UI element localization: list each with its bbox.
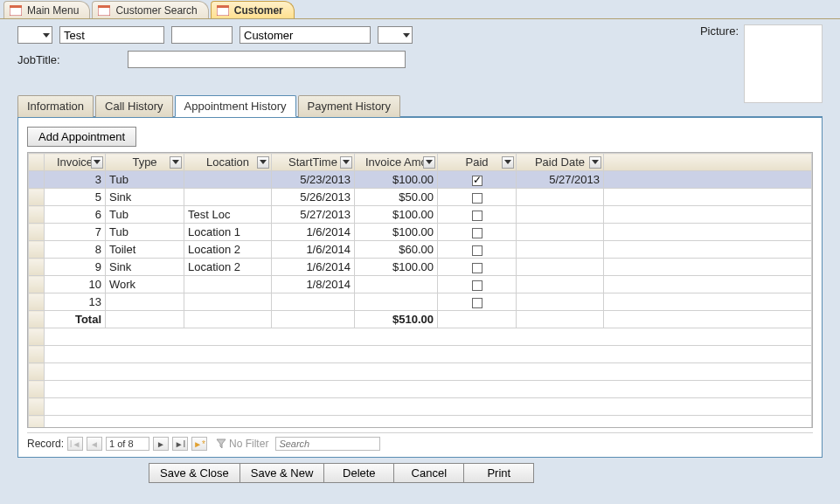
jobtitle-field[interactable] — [128, 51, 406, 68]
row-selector[interactable] — [29, 241, 45, 259]
row-selector[interactable] — [29, 189, 45, 206]
chevron-down-icon[interactable] — [170, 156, 182, 169]
cell-starttime[interactable]: 5/23/2013 — [272, 171, 355, 189]
appointments-grid[interactable]: Invoice Type Location StartTime Invoice … — [27, 152, 813, 428]
table-row[interactable]: 6TubTest Loc5/27/2013$100.00 — [29, 206, 812, 224]
table-row[interactable]: 5Sink5/26/2013$50.00 — [29, 189, 812, 206]
record-position[interactable]: 1 of 8 — [106, 437, 149, 451]
cell-paid[interactable] — [438, 241, 517, 259]
cell-type[interactable]: Tub — [106, 171, 184, 189]
chevron-down-icon[interactable] — [423, 156, 435, 169]
suffix-dropdown[interactable] — [378, 26, 413, 44]
col-type[interactable]: Type — [106, 154, 184, 171]
tab-main-menu[interactable]: Main Menu — [3, 1, 90, 18]
filter-indicator[interactable]: No Filter — [216, 438, 268, 450]
cell-starttime[interactable]: 5/26/2013 — [272, 189, 355, 206]
tab-appointment-history[interactable]: Appointment History — [175, 95, 296, 117]
cell-invoice[interactable]: 9 — [45, 259, 106, 276]
cell-type[interactable]: Sink — [106, 259, 184, 276]
cell-paid[interactable] — [438, 293, 517, 311]
paid-checkbox[interactable] — [472, 228, 482, 238]
cell-paid-date[interactable] — [517, 189, 604, 206]
row-selector[interactable] — [29, 224, 45, 241]
cell-location[interactable]: Location 2 — [184, 259, 272, 276]
table-row[interactable]: 3Tub5/23/2013$100.005/27/2013 — [29, 171, 812, 189]
paid-checkbox[interactable] — [472, 298, 482, 308]
row-selector[interactable] — [29, 276, 45, 293]
cell-amount[interactable]: $60.00 — [355, 241, 438, 259]
cell-starttime[interactable] — [272, 293, 355, 311]
nav-new-button[interactable]: ►* — [191, 437, 207, 451]
cell-location[interactable]: Location 1 — [184, 224, 272, 241]
cell-paid-date[interactable]: 5/27/2013 — [517, 171, 604, 189]
tab-payment-history[interactable]: Payment History — [298, 95, 400, 117]
cell-type[interactable] — [106, 293, 184, 311]
select-all-corner[interactable] — [29, 154, 45, 171]
cell-paid-date[interactable] — [517, 259, 604, 276]
cell-location[interactable] — [184, 189, 272, 206]
prefix-dropdown[interactable] — [17, 26, 52, 44]
print-button[interactable]: Print — [464, 463, 534, 483]
cell-invoice[interactable]: 5 — [45, 189, 106, 206]
table-row[interactable]: 10Work1/8/2014 — [29, 276, 812, 293]
cell-amount[interactable]: $100.00 — [355, 171, 438, 189]
cell-location[interactable] — [184, 293, 272, 311]
cell-paid-date[interactable] — [517, 276, 604, 293]
nav-last-button[interactable]: ►I — [172, 437, 188, 451]
cell-amount[interactable]: $50.00 — [355, 189, 438, 206]
cell-starttime[interactable]: 1/6/2014 — [272, 224, 355, 241]
cell-invoice[interactable]: 13 — [45, 293, 106, 311]
cell-paid[interactable] — [438, 259, 517, 276]
first-name-field[interactable] — [59, 26, 164, 44]
cell-paid[interactable] — [438, 206, 517, 224]
last-name-field[interactable] — [240, 26, 371, 44]
tab-information[interactable]: Information — [17, 95, 94, 117]
nav-prev-button[interactable]: ◄ — [87, 437, 102, 451]
table-row[interactable]: 7TubLocation 11/6/2014$100.00 — [29, 224, 812, 241]
cell-location[interactable] — [184, 276, 272, 293]
paid-checkbox[interactable] — [472, 245, 482, 256]
col-starttime[interactable]: StartTime — [272, 154, 355, 171]
cell-invoice[interactable]: 3 — [45, 171, 106, 189]
paid-checkbox[interactable] — [472, 193, 482, 204]
row-selector[interactable] — [29, 259, 45, 276]
chevron-down-icon[interactable] — [589, 156, 601, 169]
col-invoice[interactable]: Invoice — [45, 154, 106, 171]
col-location[interactable]: Location — [184, 154, 272, 171]
cell-location[interactable]: Location 2 — [184, 241, 272, 259]
tab-customer[interactable]: Customer — [211, 1, 295, 18]
chevron-down-icon[interactable] — [340, 156, 352, 169]
paid-checkbox[interactable] — [472, 176, 482, 186]
picture-box[interactable] — [744, 24, 823, 103]
col-invoice-amt[interactable]: Invoice Amc — [355, 154, 438, 171]
save-new-button[interactable]: Save & New — [240, 463, 325, 483]
table-row[interactable]: 8ToiletLocation 21/6/2014$60.00 — [29, 241, 812, 259]
chevron-down-icon[interactable] — [502, 156, 514, 169]
save-close-button[interactable]: Save & Close — [149, 463, 240, 483]
tab-call-history[interactable]: Call History — [95, 95, 172, 117]
cell-starttime[interactable]: 5/27/2013 — [272, 206, 355, 224]
row-selector[interactable] — [29, 293, 45, 311]
cell-paid-date[interactable] — [517, 241, 604, 259]
table-row[interactable]: 9SinkLocation 21/6/2014$100.00 — [29, 259, 812, 276]
cell-invoice[interactable]: 8 — [45, 241, 106, 259]
cell-starttime[interactable]: 1/6/2014 — [272, 259, 355, 276]
cell-amount[interactable] — [355, 276, 438, 293]
paid-checkbox[interactable] — [472, 211, 482, 221]
cell-type[interactable]: Toilet — [106, 241, 184, 259]
cell-paid-date[interactable] — [517, 206, 604, 224]
cancel-button[interactable]: Cancel — [394, 463, 464, 483]
row-selector[interactable] — [29, 206, 45, 224]
middle-name-field[interactable] — [171, 26, 233, 44]
cell-starttime[interactable]: 1/8/2014 — [272, 276, 355, 293]
cell-type[interactable]: Sink — [106, 189, 184, 206]
cell-location[interactable] — [184, 171, 272, 189]
cell-amount[interactable] — [355, 293, 438, 311]
cell-invoice[interactable]: 10 — [45, 276, 106, 293]
paid-checkbox[interactable] — [472, 280, 482, 291]
col-paid-date[interactable]: Paid Date — [517, 154, 604, 171]
cell-amount[interactable]: $100.00 — [355, 206, 438, 224]
chevron-down-icon[interactable] — [257, 156, 269, 169]
row-selector[interactable] — [29, 171, 45, 189]
search-input[interactable] — [275, 437, 380, 451]
